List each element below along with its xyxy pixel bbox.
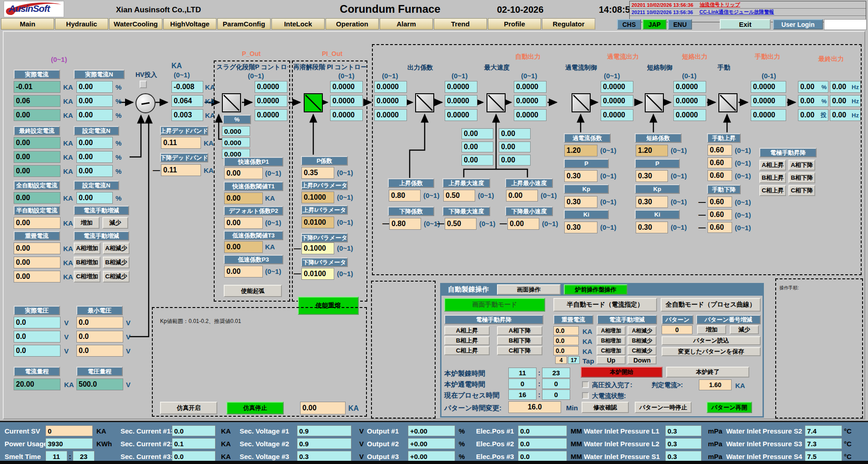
big-current-checkbox[interactable] bbox=[582, 392, 589, 399]
pattern-decrease-button[interactable]: 減少 bbox=[730, 325, 759, 334]
decrease-button[interactable]: 減少 bbox=[102, 217, 128, 229]
fall-i-param[interactable]: 0.0100 bbox=[301, 268, 334, 280]
value-field[interactable]: 0.60 bbox=[707, 209, 732, 220]
pattern-increase-button[interactable]: 増加 bbox=[697, 325, 726, 334]
phase-a-decrease-button[interactable]: A相減少 bbox=[103, 242, 130, 254]
short-coef[interactable]: 1.20 bbox=[636, 145, 668, 156]
value-field[interactable]: 0.0 bbox=[76, 317, 123, 328]
overlay-b[interactable]: 0.0 bbox=[553, 336, 579, 345]
phase-a-increase-button[interactable]: A相増加 bbox=[74, 242, 100, 254]
overcurrent-kp[interactable]: 0.30 bbox=[564, 196, 597, 208]
phase-b-decrease-button[interactable]: B相減少 bbox=[103, 257, 130, 268]
increase-button[interactable]: 増加 bbox=[74, 217, 100, 229]
current-sv[interactable]: 0 bbox=[45, 425, 93, 436]
rise-coef[interactable]: 0.80 bbox=[389, 190, 421, 202]
phase-b-increase-button[interactable]: B相増加 bbox=[74, 257, 100, 268]
phase-c-decrease-button[interactable]: C相減少 bbox=[103, 271, 130, 282]
fall-max-speed[interactable]: 0.50 bbox=[445, 218, 477, 230]
value-field[interactable]: 0.60 bbox=[707, 197, 732, 207]
range-label: (0~1) bbox=[671, 172, 687, 180]
phase-c-up-button[interactable]: C相上昇 bbox=[444, 346, 490, 355]
fast-coef-threshold-t1[interactable]: 0.00 bbox=[224, 192, 263, 204]
phase-a-increase-button[interactable]: A相増加 bbox=[597, 326, 626, 335]
value-field[interactable]: 0.0 bbox=[76, 345, 123, 357]
short-ki[interactable]: 0.30 bbox=[636, 222, 668, 233]
phase-b-down-button[interactable]: B相下降 bbox=[788, 172, 815, 183]
phase-a-up-button[interactable]: A相上昇 bbox=[444, 326, 490, 335]
screen-manual-mode-button[interactable]: 画面手動モード bbox=[444, 298, 545, 312]
phase-a-decrease-button[interactable]: A相減少 bbox=[627, 326, 657, 335]
manual-rise-values[interactable]: 0.60 0.60 0.60 bbox=[707, 145, 732, 181]
furnace-front-operation-button[interactable]: 炉前操作盤操作 bbox=[564, 284, 627, 295]
tap-setpoint[interactable]: 4 bbox=[555, 356, 567, 364]
phase-c-down-button[interactable]: C相下降 bbox=[788, 185, 815, 196]
phase-b-increase-button[interactable]: B相増加 bbox=[597, 336, 626, 345]
value-field[interactable]: 0.60 bbox=[707, 157, 732, 168]
semi-auto-set-current[interactable]: 0.00 bbox=[14, 217, 60, 229]
phase-c-down-button[interactable]: C相下降 bbox=[497, 346, 542, 355]
phase-c-increase-button[interactable]: C相増加 bbox=[74, 271, 100, 282]
phase-b-up-button[interactable]: B相上昇 bbox=[444, 336, 490, 345]
furnace-end-button[interactable]: 本炉終了 bbox=[666, 367, 749, 378]
pattern-save-button[interactable]: 変更したパターンを保存 bbox=[662, 347, 761, 356]
fall-p-param[interactable]: 0.1000 bbox=[301, 242, 334, 254]
phase-b-decrease-button[interactable]: B相減少 bbox=[627, 336, 657, 345]
rise-deadband[interactable]: 0.11 bbox=[161, 137, 201, 149]
tap-down-button[interactable]: Down bbox=[627, 356, 657, 364]
value-field[interactable]: 0.0 bbox=[76, 331, 123, 343]
value-field[interactable]: 0.60 bbox=[707, 170, 732, 181]
full-auto-mode-button[interactable]: 全自動モード（プロセス曲線） bbox=[661, 298, 761, 312]
phase-b-up-button[interactable]: B相上昇 bbox=[759, 172, 786, 183]
overlay-c[interactable]: 0.0 bbox=[553, 346, 579, 355]
pattern-number[interactable]: 0 bbox=[662, 325, 692, 334]
p-coef[interactable]: 0.35 bbox=[301, 167, 334, 179]
fall-min-speed[interactable]: 0.00 bbox=[507, 218, 539, 230]
tap-up-button[interactable]: Up bbox=[597, 356, 626, 364]
phase-c-up-button[interactable]: C相上昇 bbox=[759, 185, 786, 196]
overcurrent-p[interactable]: 0.30 bbox=[564, 170, 597, 182]
pattern-time-change[interactable]: 16.0 bbox=[508, 401, 561, 413]
short-kp[interactable]: 0.30 bbox=[636, 196, 668, 208]
manual-fall-values[interactable]: 0.60 0.60 0.60 bbox=[707, 197, 732, 233]
modify-confirm-button[interactable]: 修改確認 bbox=[582, 402, 629, 413]
phase-c-increase-button[interactable]: C相増加 bbox=[597, 346, 626, 355]
rise-p-param[interactable]: 0.1000 bbox=[301, 192, 334, 203]
value-field[interactable]: 0.60 bbox=[707, 222, 732, 233]
simulation-stop-button[interactable]: 仿真停止 bbox=[226, 402, 284, 414]
judge-current-value[interactable]: 1.60 bbox=[699, 379, 732, 390]
value-field[interactable]: 0.00 bbox=[14, 242, 60, 254]
semi-auto-mode-button[interactable]: 半自動モード（電流指定） bbox=[553, 298, 657, 312]
phase-c-decrease-button[interactable]: C相減少 bbox=[627, 346, 657, 355]
pattern-load-button[interactable]: パターン読込 bbox=[662, 336, 761, 345]
slow-coef-threshold-t3[interactable]: 0.00 bbox=[224, 241, 263, 253]
phase-a-up-button[interactable]: A相上昇 bbox=[759, 160, 786, 171]
phase-a-down-button[interactable]: A相下降 bbox=[497, 326, 542, 335]
min-voltage-values[interactable]: 0.0 0.0 0.0 bbox=[76, 317, 123, 357]
value-field[interactable]: 0.60 bbox=[707, 145, 732, 156]
simulation-start-button[interactable]: 仿真开启 bbox=[160, 402, 217, 414]
value-field[interactable]: 0.00 bbox=[14, 271, 60, 282]
rise-max-speed[interactable]: 0.50 bbox=[443, 190, 475, 202]
phase-b-down-button[interactable]: B相下降 bbox=[497, 336, 542, 345]
slow-coef-p3[interactable]: 0.00 bbox=[224, 266, 263, 277]
enable-arc-button[interactable]: 使能起弧 bbox=[224, 285, 282, 297]
phase-a-down-button[interactable]: A相下降 bbox=[788, 160, 815, 171]
fall-coef[interactable]: 0.80 bbox=[389, 218, 421, 230]
overcurrent-ki[interactable]: 0.30 bbox=[564, 222, 597, 233]
pattern-pause-button[interactable]: パターン一時停止 bbox=[635, 402, 692, 413]
overlay-current-values[interactable]: 0.00 0.00 0.00 bbox=[14, 242, 60, 282]
overlay-a[interactable]: 0.0 bbox=[553, 326, 579, 335]
screen-operation-button[interactable]: 画面操作 bbox=[497, 284, 561, 295]
pattern-resume-button[interactable]: パターン再開 bbox=[707, 402, 752, 413]
fall-deadband[interactable]: 0.11 bbox=[161, 164, 201, 176]
furnace-start-button[interactable]: 本炉開始 bbox=[581, 367, 662, 378]
value-field[interactable]: 0.00 bbox=[14, 257, 60, 268]
short-p[interactable]: 0.30 bbox=[636, 170, 668, 182]
simulation-value[interactable]: 0.00 bbox=[300, 402, 346, 414]
rise-i-param[interactable]: 0.0100 bbox=[301, 217, 334, 228]
hv-done-checkbox[interactable] bbox=[582, 381, 589, 388]
rise-min-speed[interactable]: 0.00 bbox=[506, 190, 538, 202]
overcurrent-coef[interactable]: 1.20 bbox=[564, 145, 597, 156]
default-coef-p2[interactable]: 0.00 bbox=[224, 217, 263, 229]
fast-coef-p1[interactable]: 0.00 bbox=[224, 167, 263, 179]
